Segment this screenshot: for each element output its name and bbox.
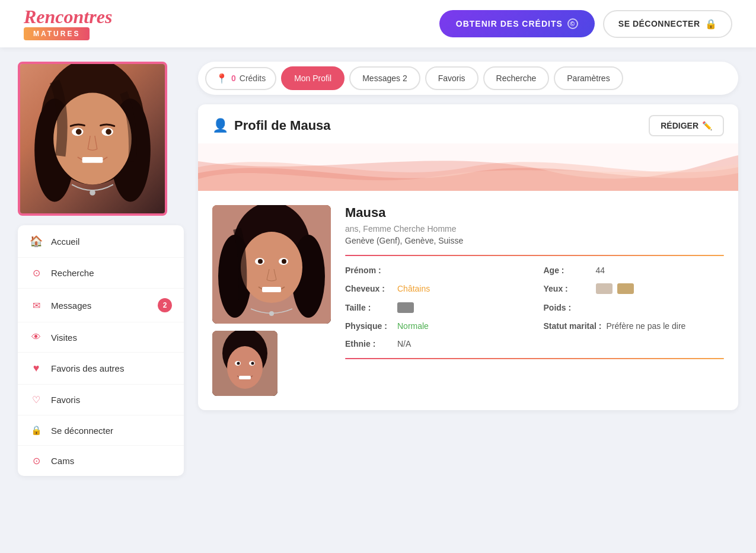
ethnie-value: N/A <box>397 339 411 349</box>
sidebar-label-deconnecter: Se déconnecter <box>51 426 113 436</box>
cheveux-label: Cheveux : <box>345 284 393 293</box>
profile-photos <box>212 205 331 396</box>
sidebar-item-messages[interactable]: ✉ Messages 2 <box>18 289 184 322</box>
profile-header: 👤 Profil de Mausa RÉDIGER ✏️ <box>198 104 738 143</box>
svg-point-6 <box>76 129 82 135</box>
detail-age: Age : 44 <box>544 266 725 275</box>
divider-top <box>345 255 724 256</box>
sidebar-nav: 🏠 Accueil ⊙ Recherche ✉ Messages 2 👁 Vis… <box>18 225 184 476</box>
sidebar-label-visites: Visites <box>51 333 77 343</box>
profile-seeking: ans, Femme Cherche Homme <box>345 224 724 234</box>
credits-circle-icon: © <box>567 18 578 29</box>
eye-icon: 👁 <box>30 332 43 343</box>
logo: Rencontres MATURES <box>24 7 112 40</box>
physique-label: Physique : <box>345 321 393 331</box>
heart-outline-icon: ♡ <box>30 394 43 405</box>
tab-favoris[interactable]: Favoris <box>425 66 479 90</box>
logo-subtitle: MATURES <box>24 27 90 40</box>
profile-location: Genève (Genf), Genève, Suisse <box>345 236 724 245</box>
profile-info: Mausa ans, Femme Cherche Homme Genève (G… <box>345 205 724 396</box>
poids-label: Poids : <box>544 303 591 312</box>
detail-taille: Taille : <box>345 302 526 313</box>
sidebar-avatar <box>18 62 167 216</box>
profile-card: 👤 Profil de Mausa RÉDIGER ✏️ <box>198 104 738 410</box>
yeux-swatch-1 <box>596 283 613 294</box>
tab-parametres[interactable]: Paramètres <box>554 66 623 90</box>
get-credits-button[interactable]: OBTENIR DES CRÉDITS © <box>439 10 595 37</box>
tabs-bar: 📍 0 Crédits Mon Profil Messages 2 Favori… <box>198 62 738 95</box>
home-icon: 🏠 <box>30 235 43 248</box>
disconnect-button[interactable]: SE DÉCONNECTER 🔒 <box>603 10 732 38</box>
sidebar-label-favoris-autres: Favoris des autres <box>51 363 124 373</box>
message-icon: ✉ <box>30 300 43 311</box>
svg-rect-8 <box>82 157 103 163</box>
profile-details-grid: Prénom : Age : 44 Cheveux : Châtains <box>345 266 724 349</box>
profile-photo-main <box>212 205 331 324</box>
tab-recherche[interactable]: Recherche <box>483 66 550 90</box>
age-value: 44 <box>596 266 605 275</box>
profile-name: Mausa <box>345 205 724 220</box>
credits-location-icon: 📍 <box>216 73 228 84</box>
header: Rencontres MATURES OBTENIR DES CRÉDITS ©… <box>0 0 756 47</box>
svg-point-27 <box>251 362 254 365</box>
edit-label: RÉDIGER <box>661 121 698 130</box>
statut-label: Statut marital : <box>544 321 602 331</box>
svg-rect-19 <box>262 287 281 292</box>
profile-person-icon: 👤 <box>212 118 228 133</box>
sidebar-item-accueil[interactable]: 🏠 Accueil <box>18 225 184 258</box>
sidebar-item-cams[interactable]: ⊙ Cams <box>18 446 184 476</box>
svg-rect-28 <box>239 376 251 379</box>
sidebar-label-recherche: Recherche <box>51 268 94 278</box>
detail-ethnie: Ethnie : N/A <box>345 339 526 349</box>
detail-yeux: Yeux : <box>544 283 725 294</box>
detail-poids: Poids : <box>544 302 725 313</box>
profile-photo-thumb <box>212 331 277 396</box>
age-label: Age : <box>544 266 591 275</box>
detail-cheveux: Cheveux : Châtains <box>345 283 526 294</box>
svg-point-26 <box>237 362 240 365</box>
sidebar-label-accueil: Accueil <box>51 236 79 247</box>
svg-point-9 <box>90 190 95 196</box>
logo-title: Rencontres <box>24 7 112 26</box>
taille-swatch <box>397 302 414 313</box>
disconnect-label: SE DÉCONNECTER <box>618 19 700 28</box>
sidebar-item-recherche[interactable]: ⊙ Recherche <box>18 258 184 289</box>
svg-point-23 <box>227 346 263 389</box>
lock-nav-icon: 🔒 <box>30 425 43 436</box>
main-content: 📍 0 Crédits Mon Profil Messages 2 Favori… <box>198 62 738 476</box>
cheveux-value: Châtains <box>397 284 430 293</box>
svg-point-17 <box>258 259 263 264</box>
sidebar-item-favoris-autres[interactable]: ♥ Favoris des autres <box>18 353 184 385</box>
heart-filled-icon: ♥ <box>30 362 43 375</box>
tab-credits[interactable]: 📍 0 Crédits <box>205 67 276 90</box>
messages-badge: 2 <box>158 298 172 312</box>
divider-bottom <box>345 358 724 359</box>
credits-label: Crédits <box>240 73 266 83</box>
sidebar-item-favoris[interactable]: ♡ Favoris <box>18 385 184 415</box>
yeux-swatch-2 <box>617 283 634 294</box>
svg-point-20 <box>269 311 274 316</box>
header-buttons: OBTENIR DES CRÉDITS © SE DÉCONNECTER 🔒 <box>439 10 732 38</box>
profile-body: Mausa ans, Femme Cherche Homme Genève (G… <box>198 191 738 410</box>
detail-physique: Physique : Normale <box>345 321 526 331</box>
sidebar-item-deconnecter[interactable]: 🔒 Se déconnecter <box>18 415 184 446</box>
profile-title-row: 👤 Profil de Mausa <box>212 118 331 133</box>
detail-prenom: Prénom : <box>345 266 526 275</box>
credits-button-label: OBTENIR DES CRÉDITS <box>456 19 563 28</box>
profile-title: Profil de Mausa <box>234 118 331 133</box>
statut-value: Préfère ne pas le dire <box>607 321 686 331</box>
tab-mon-profil[interactable]: Mon Profil <box>281 66 344 90</box>
search-icon: ⊙ <box>30 267 43 279</box>
sidebar-label-favoris: Favoris <box>51 395 80 405</box>
taille-label: Taille : <box>345 303 393 312</box>
credits-count: 0 <box>231 73 236 83</box>
physique-value: Normale <box>397 321 429 331</box>
sidebar: 🏠 Accueil ⊙ Recherche ✉ Messages 2 👁 Vis… <box>18 62 184 476</box>
svg-point-18 <box>282 259 286 264</box>
tab-messages[interactable]: Messages 2 <box>349 66 420 90</box>
svg-point-7 <box>106 129 111 135</box>
sidebar-item-visites[interactable]: 👁 Visites <box>18 322 184 353</box>
edit-profile-button[interactable]: RÉDIGER ✏️ <box>649 115 724 136</box>
prenom-label: Prénom : <box>345 266 393 275</box>
sidebar-label-messages: Messages <box>51 301 91 311</box>
